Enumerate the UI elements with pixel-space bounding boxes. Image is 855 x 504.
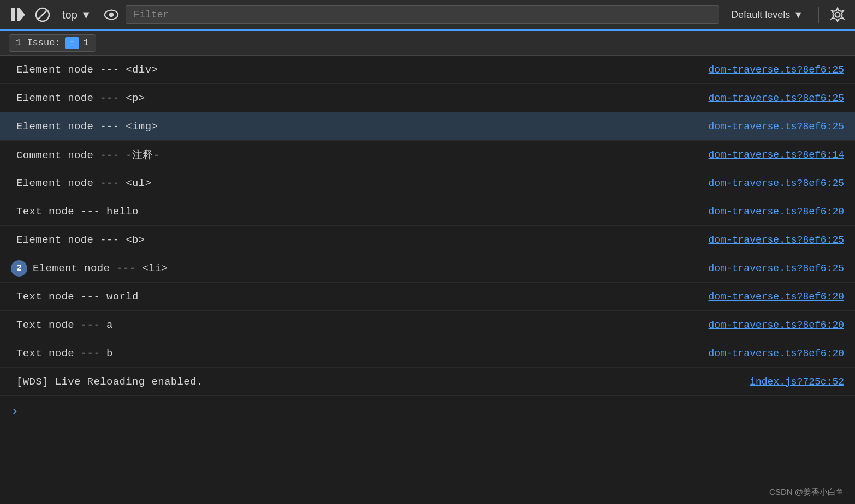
issues-icon-symbol: ≡ [69,39,74,47]
table-row[interactable]: Text node --- hellodom-traverse.ts?8ef6:… [0,197,855,226]
default-levels-button[interactable]: Default levels ▼ [723,7,811,23]
toolbar-separator [818,7,819,23]
row-source-link[interactable]: dom-traverse.ts?8ef6:20 [709,206,844,217]
row-message: Text node --- a [16,319,113,331]
row-badge: 2 [11,260,27,277]
svg-rect-0 [11,8,15,21]
table-row[interactable]: Element node --- <b>dom-traverse.ts?8ef6… [0,226,855,254]
issues-count: 1 [84,38,89,48]
table-row[interactable]: Text node --- adom-traverse.ts?8ef6:20 [0,311,855,339]
row-message: Element node --- <ul> [16,177,151,189]
table-row[interactable]: Element node --- <p>dom-traverse.ts?8ef6… [0,84,855,112]
play-pause-button[interactable] [7,4,28,26]
toolbar: top ▼ Default levels ▼ [0,0,855,31]
row-left: [WDS] Live Reloading enabled. [11,376,739,388]
row-message: Element node --- <li> [33,262,168,274]
row-message: Element node --- <p> [16,92,145,104]
row-left: 2Element node --- <li> [11,260,698,277]
row-left: Element node --- <b> [11,234,698,246]
row-source-link[interactable]: dom-traverse.ts?8ef6:25 [709,263,844,274]
console-prompt: › [0,396,855,427]
row-message: Text node --- hello [16,206,139,218]
eye-button[interactable] [102,5,121,25]
svg-marker-2 [20,8,25,21]
row-message: Text node --- b [16,347,113,359]
row-left: Comment node --- -注释- [11,148,698,162]
prompt-arrow-icon[interactable]: › [11,404,19,419]
top-context-selector[interactable]: top ▼ [57,7,97,23]
watermark: CSDN @姜香小白鱼 [769,487,844,497]
default-levels-chevron: ▼ [793,9,803,21]
row-message: Comment node --- -注释- [16,148,160,162]
top-context-label: top [62,9,78,21]
row-left: Text node --- b [11,347,698,359]
settings-button[interactable] [827,4,848,26]
row-left: Element node --- <img> [11,121,698,133]
row-message: Element node --- <img> [16,121,158,133]
svg-rect-1 [17,8,20,21]
filter-input[interactable] [126,5,720,24]
row-message: Text node --- world [16,291,139,303]
row-source-link[interactable]: dom-traverse.ts?8ef6:25 [709,121,844,132]
row-left: Text node --- hello [11,206,698,218]
row-left: Text node --- world [11,291,698,303]
row-source-link[interactable]: dom-traverse.ts?8ef6:25 [709,178,844,189]
row-message: Element node --- <div> [16,64,158,76]
row-source-link[interactable]: dom-traverse.ts?8ef6:20 [709,348,844,359]
issues-label: 1 Issue: [16,38,61,48]
table-row[interactable]: Element node --- <ul>dom-traverse.ts?8ef… [0,169,855,197]
row-source-link[interactable]: index.js?725c:52 [750,376,844,387]
row-source-link[interactable]: dom-traverse.ts?8ef6:25 [709,93,844,104]
table-row[interactable]: Text node --- worlddom-traverse.ts?8ef6:… [0,283,855,311]
table-row[interactable]: Comment node --- -注释-dom-traverse.ts?8ef… [0,141,855,169]
clear-button[interactable] [33,5,52,25]
row-left: Element node --- <div> [11,64,698,76]
row-source-link[interactable]: dom-traverse.ts?8ef6:20 [709,291,844,302]
console-output: Element node --- <div>dom-traverse.ts?8e… [0,56,855,396]
table-row[interactable]: Text node --- bdom-traverse.ts?8ef6:20 [0,339,855,368]
row-left: Element node --- <p> [11,92,698,104]
table-row[interactable]: Element node --- <div>dom-traverse.ts?8e… [0,56,855,84]
chevron-down-icon: ▼ [81,9,92,21]
default-levels-label: Default levels [731,9,790,21]
row-source-link[interactable]: dom-traverse.ts?8ef6:20 [709,320,844,331]
svg-point-6 [109,13,113,17]
table-row[interactable]: Element node --- <img>dom-traverse.ts?8e… [0,112,855,141]
row-message: Element node --- <b> [16,234,145,246]
svg-point-7 [835,13,840,17]
row-left: Element node --- <ul> [11,177,698,189]
issues-chat-icon: ≡ [65,37,79,49]
row-source-link[interactable]: dom-traverse.ts?8ef6:14 [709,149,844,160]
issues-bar: 1 Issue: ≡ 1 [0,31,855,56]
row-source-link[interactable]: dom-traverse.ts?8ef6:25 [709,235,844,245]
row-source-link[interactable]: dom-traverse.ts?8ef6:25 [709,64,844,75]
issues-box[interactable]: 1 Issue: ≡ 1 [9,34,96,52]
row-message: [WDS] Live Reloading enabled. [16,376,203,388]
row-left: Text node --- a [11,319,698,331]
table-row[interactable]: 2Element node --- <li>dom-traverse.ts?8e… [0,254,855,283]
table-row[interactable]: [WDS] Live Reloading enabled.index.js?72… [0,368,855,396]
svg-line-4 [38,10,48,20]
